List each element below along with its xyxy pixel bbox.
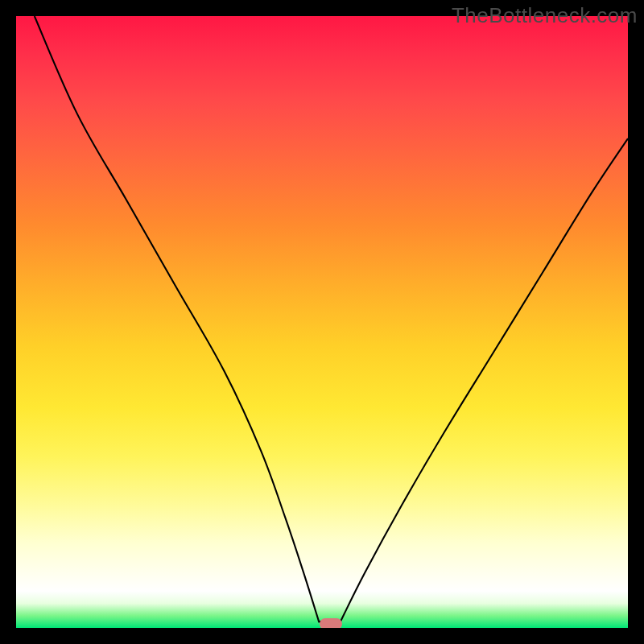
chart-frame: TheBottleneck.com [0, 0, 644, 644]
bottleneck-curve [16, 16, 628, 628]
plot-area [16, 16, 628, 628]
watermark-text: TheBottleneck.com [452, 3, 638, 28]
optimal-marker [320, 618, 342, 628]
